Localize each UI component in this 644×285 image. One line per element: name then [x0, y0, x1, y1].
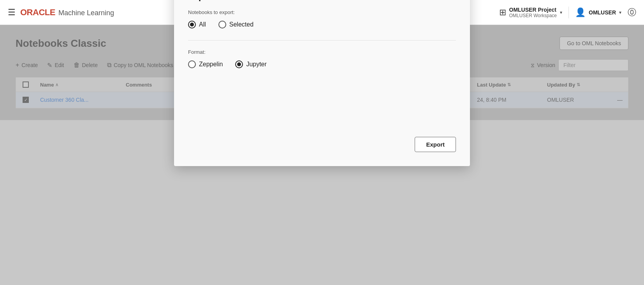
brand: ORACLE Machine Learning: [20, 7, 114, 18]
project-workspace: OMLUSER Workspace: [509, 13, 557, 18]
project-icon: ⊞: [499, 7, 506, 18]
user-chevron-icon: ▾: [619, 10, 621, 15]
project-chevron-icon: ▾: [560, 10, 562, 15]
modal-overlay: ✕ Export Notebooks Notebooks to export: …: [0, 25, 644, 120]
nav-right: ⊞ OMLUSER Project OMLUSER Workspace ▾ 👤 …: [499, 7, 636, 18]
radio-zeppelin-option[interactable]: Zeppelin: [188, 60, 223, 68]
brand-ml-text: Machine Learning: [58, 9, 114, 17]
format-radio-group: Zeppelin Jupyter: [188, 60, 456, 68]
radio-jupyter-option[interactable]: Jupyter: [235, 60, 266, 68]
project-selector[interactable]: ⊞ OMLUSER Project OMLUSER Workspace ▾: [499, 7, 562, 18]
project-text: OMLUSER Project OMLUSER Workspace: [509, 7, 557, 18]
modal-title: Export Notebooks: [188, 0, 456, 2]
radio-selected-option[interactable]: Selected: [218, 21, 253, 28]
radio-all-label: All: [199, 21, 206, 28]
radio-jupyter-circle: [235, 60, 243, 68]
notebooks-to-export-label: Notebooks to export:: [188, 9, 456, 15]
radio-all-option[interactable]: All: [188, 21, 206, 28]
export-notebooks-modal: ✕ Export Notebooks Notebooks to export: …: [174, 0, 470, 166]
export-button[interactable]: Export: [415, 137, 456, 152]
modal-footer: Export: [188, 137, 456, 152]
radio-jupyter-label: Jupyter: [246, 61, 266, 68]
radio-selected-label: Selected: [229, 21, 253, 28]
nav-divider: [568, 7, 569, 18]
hamburger-menu-icon[interactable]: ☰: [8, 7, 16, 18]
format-label: Format:: [188, 49, 456, 55]
main-content: Notebooks Classic Go to OML Notebooks + …: [0, 25, 644, 120]
radio-all-circle: [188, 21, 196, 28]
radio-jupyter-dot: [237, 62, 241, 66]
user-icon: 👤: [575, 7, 586, 18]
brand-oracle-text: ORACLE: [20, 7, 55, 18]
radio-zeppelin-label: Zeppelin: [199, 61, 223, 68]
user-name: OMLUSER: [589, 9, 616, 16]
notebooks-radio-group: All Selected: [188, 21, 456, 28]
help-icon[interactable]: ⓪: [628, 7, 636, 18]
radio-all-dot: [190, 23, 194, 27]
radio-selected-circle: [218, 21, 226, 28]
radio-zeppelin-circle: [188, 60, 196, 68]
modal-divider: [188, 40, 456, 41]
user-menu[interactable]: 👤 OMLUSER ▾: [575, 7, 621, 18]
project-name: OMLUSER Project: [509, 7, 557, 13]
